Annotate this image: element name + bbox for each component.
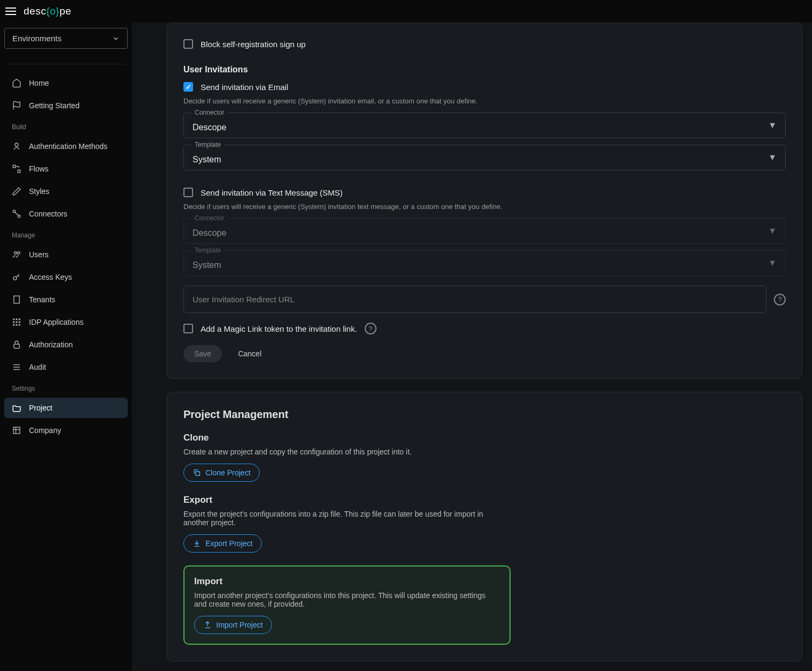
button-row: Save Cancel [183, 345, 786, 362]
content-area: Block self-registration sign up User Inv… [132, 23, 812, 671]
sidebar-item-label: Home [29, 79, 49, 87]
save-button[interactable]: Save [183, 345, 222, 362]
key-icon [12, 272, 21, 282]
email-invite-checkbox[interactable] [183, 82, 193, 92]
menu-toggle[interactable] [5, 8, 16, 15]
svg-rect-13 [13, 318, 14, 320]
svg-rect-8 [14, 296, 20, 303]
svg-rect-18 [19, 322, 20, 323]
dropdown-arrow-icon: ▼ [768, 153, 777, 162]
upload-icon [203, 621, 212, 629]
sms-invite-label: Send invitation via Text Message (SMS) [201, 188, 343, 197]
sidebar-item-company[interactable]: Company [4, 420, 128, 441]
sms-invite-row: Send invitation via Text Message (SMS) [183, 188, 786, 197]
connectors-icon [12, 209, 21, 219]
svg-rect-1 [13, 165, 16, 168]
sidebar-item-connectors[interactable]: Connectors [4, 204, 128, 224]
field-value: System [193, 155, 221, 164]
sidebar-item-label: Authorization [29, 340, 73, 349]
logo: desc{o}pe [24, 5, 71, 17]
sidebar-item-audit[interactable]: Audit [4, 357, 128, 377]
sidebar-item-home[interactable]: Home [4, 73, 128, 93]
audit-icon [12, 362, 21, 372]
project-management-heading: Project Management [183, 408, 786, 421]
sidebar-item-label: Styles [29, 187, 49, 196]
auth-icon [12, 141, 21, 151]
sidebar-section-settings: Settings [4, 379, 128, 396]
chevron-down-icon [112, 35, 120, 42]
sidebar-item-label: Project [29, 404, 53, 412]
field-value: Descope [193, 228, 226, 237]
building-icon [12, 295, 21, 304]
sidebar-item-label: Authentication Methods [29, 142, 107, 151]
sidebar-item-tenants[interactable]: Tenants [4, 289, 128, 310]
svg-rect-21 [19, 324, 20, 326]
svg-point-7 [13, 277, 17, 280]
pencil-icon [12, 187, 21, 196]
import-project-button[interactable]: Import Project [194, 616, 272, 634]
redirect-url-input[interactable] [183, 286, 766, 313]
field-label: Template [191, 247, 224, 254]
email-invite-row: Send invitation via Email [183, 82, 786, 92]
block-self-reg-label: Block self-registration sign up [201, 40, 306, 49]
field-value: System [193, 260, 221, 270]
magic-link-checkbox[interactable] [183, 324, 193, 333]
help-icon[interactable]: ? [365, 323, 377, 334]
sidebar-item-label: Getting Started [29, 101, 79, 110]
svg-rect-14 [16, 318, 18, 320]
email-invite-desc: Decide if users will receive a generic (… [183, 97, 786, 105]
field-label: Connector [191, 109, 227, 116]
cancel-button[interactable]: Cancel [227, 345, 272, 362]
field-label: Template [191, 141, 224, 148]
svg-rect-20 [16, 324, 18, 326]
button-label: Clone Project [205, 468, 250, 477]
project-management-card: Project Management Clone Create a new pr… [167, 392, 802, 661]
sidebar-item-label: Users [29, 250, 49, 259]
download-icon [193, 539, 201, 548]
divider [6, 64, 126, 64]
sidebar-item-project[interactable]: Project [4, 398, 128, 418]
help-icon[interactable]: ? [774, 294, 786, 305]
home-icon [12, 78, 21, 88]
sidebar-item-styles[interactable]: Styles [4, 181, 128, 202]
field-value: Descope [193, 123, 226, 132]
dropdown-arrow-icon: ▼ [768, 226, 777, 236]
email-connector-select[interactable]: Connector Descope ▼ [183, 113, 786, 138]
environment-select[interactable]: Environments [4, 28, 128, 49]
svg-rect-16 [13, 322, 14, 323]
sidebar-item-authorization[interactable]: Authorization [4, 334, 128, 355]
button-label: Import Project [216, 621, 263, 629]
environment-label: Environments [12, 34, 62, 43]
sms-template-select: Template System ▼ [183, 250, 786, 276]
email-template-select[interactable]: Template System ▼ [183, 145, 786, 170]
sidebar-section-build: Build [4, 118, 128, 134]
flag-icon [12, 101, 21, 110]
folder-icon [12, 403, 21, 413]
sidebar-item-auth-methods[interactable]: Authentication Methods [4, 136, 128, 156]
sidebar-item-label: IDP Applications [29, 318, 84, 326]
sidebar-item-label: Connectors [29, 210, 68, 218]
sms-invite-checkbox[interactable] [183, 188, 193, 197]
top-bar: desc{o}pe [0, 0, 812, 23]
sidebar-item-flows[interactable]: Flows [4, 159, 128, 179]
sidebar-item-users[interactable]: Users [4, 244, 128, 265]
clone-heading: Clone [183, 433, 786, 443]
svg-rect-29 [196, 472, 200, 475]
clone-project-button[interactable]: Clone Project [183, 464, 260, 482]
svg-rect-26 [13, 427, 20, 434]
svg-rect-19 [13, 324, 14, 326]
export-project-button[interactable]: Export Project [183, 534, 262, 553]
block-self-reg-checkbox[interactable] [183, 39, 193, 49]
block-self-reg-row: Block self-registration sign up [183, 39, 786, 49]
sidebar-item-idp-apps[interactable]: IDP Applications [4, 312, 128, 332]
sidebar-item-access-keys[interactable]: Access Keys [4, 267, 128, 287]
magic-link-label: Add a Magic Link token to the invitation… [201, 324, 357, 333]
sidebar-item-label: Company [29, 426, 61, 435]
export-desc: Export the project's configurations into… [183, 510, 484, 527]
settings-card: Block self-registration sign up User Inv… [167, 23, 802, 379]
svg-point-0 [15, 143, 18, 146]
svg-point-5 [14, 252, 17, 255]
dropdown-arrow-icon: ▼ [768, 121, 777, 130]
user-invitations-heading: User Invitations [183, 65, 786, 74]
sidebar-item-getting-started[interactable]: Getting Started [4, 95, 128, 116]
